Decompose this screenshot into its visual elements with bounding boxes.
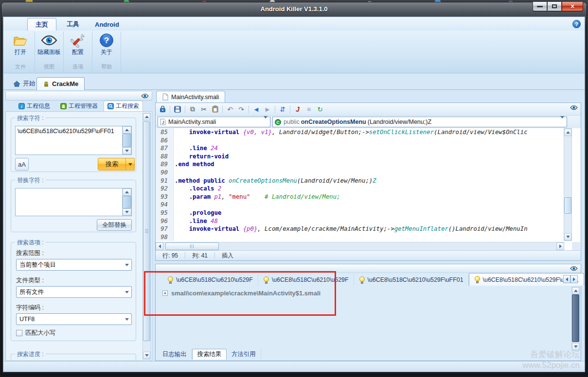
scroll-track[interactable]: [219, 242, 556, 250]
tab-project-manager[interactable]: 工程管理器: [57, 101, 101, 111]
scroll-thumb[interactable]: [165, 242, 219, 250]
code-line[interactable]: 90: [156, 169, 564, 177]
close-button[interactable]: ×: [562, 2, 583, 11]
panel-eye-icon[interactable]: [141, 93, 149, 99]
ribbon-tab-android[interactable]: Android: [87, 18, 127, 31]
replace-all-button[interactable]: 全部替换: [97, 219, 132, 231]
sort-lines-icon[interactable]: ⇵: [278, 104, 287, 114]
scroll-thumb[interactable]: [572, 294, 579, 342]
scroll-left-button[interactable]: [156, 242, 163, 250]
scroll-up-button[interactable]: [572, 287, 579, 294]
expand-icon[interactable]: [162, 291, 168, 296]
method-dropdown[interactable]: C public onCreateOptionsMenu (Landroid/v…: [272, 117, 567, 127]
save-icon[interactable]: [173, 104, 182, 114]
code-line[interactable]: 98: [156, 233, 564, 241]
redo-icon[interactable]: ↷: [236, 104, 246, 114]
scroll-up-button[interactable]: [123, 126, 131, 134]
code-line[interactable]: 91.method public onCreateOptionsMenu(Lan…: [156, 177, 564, 185]
tab-scroll-right-button[interactable]: [570, 275, 578, 283]
refresh-icon[interactable]: ↻: [315, 104, 325, 114]
result-tab[interactable]: \u6CE8\u518C\u6210\u529F\uFF01: [354, 274, 469, 286]
search-dropdown-button[interactable]: [126, 158, 135, 171]
code-line[interactable]: 94: [156, 201, 564, 209]
scroll-thumb[interactable]: [564, 197, 571, 214]
code-line[interactable]: 86: [156, 137, 564, 145]
config-button[interactable]: 配置: [65, 32, 90, 63]
scroll-right-button[interactable]: [556, 242, 564, 250]
file-dropdown[interactable]: J MainActivity.smali: [158, 117, 270, 127]
tab-method-refs[interactable]: 方法引用: [227, 349, 261, 360]
tab-log-output[interactable]: 日志输出: [158, 349, 192, 360]
editor-vscrollbar[interactable]: [564, 128, 572, 241]
lock-icon[interactable]: [158, 104, 167, 114]
ribbon-tab-tools[interactable]: 工具: [59, 18, 87, 31]
tab-search-results[interactable]: 搜索结果: [192, 349, 227, 360]
tab-project-info[interactable]: i 工程信息: [15, 101, 53, 111]
encoding-select[interactable]: UTF8: [16, 313, 132, 325]
help-icon[interactable]: ?: [572, 20, 581, 28]
scroll-track[interactable]: [564, 136, 571, 233]
minimize-button[interactable]: [533, 2, 547, 11]
maximize-button[interactable]: [547, 2, 562, 11]
navigate-forward-icon[interactable]: ►: [263, 104, 272, 114]
scroll-thumb[interactable]: [143, 121, 150, 341]
filetype-select[interactable]: 所有文件: [16, 286, 132, 298]
scope-select[interactable]: 当前整个项目: [16, 259, 132, 271]
search-input[interactable]: \u6CE8\u518C\u6210\u529F\uFF01: [16, 126, 122, 154]
java-icon[interactable]: J: [293, 104, 303, 114]
ribbon-tab-home[interactable]: 主页: [27, 18, 56, 31]
scroll-down-button[interactable]: [564, 233, 571, 240]
scope-value: 当前整个项目: [17, 261, 123, 269]
scroll-up-button[interactable]: [143, 113, 150, 120]
result-tab[interactable]: \u6CE8\u518C\u6210\u529F: [258, 274, 354, 286]
copy-icon[interactable]: ⧉: [188, 104, 197, 114]
cut-icon[interactable]: ✂: [199, 104, 209, 114]
hide-panel-button[interactable]: 隐藏面板: [36, 32, 62, 63]
code-line[interactable]: 95 .prologue: [156, 209, 564, 217]
scroll-down-button[interactable]: [143, 352, 150, 359]
search-button[interactable]: 搜索: [98, 158, 126, 171]
scroll-up-button[interactable]: [564, 129, 571, 136]
search-input-scrollbar[interactable]: [122, 126, 131, 154]
code-line[interactable]: 85 invoke-virtual {v0, v1}, Landroid/wid…: [156, 128, 564, 137]
code-line[interactable]: 97 invoke-virtual {p0}, Lcom/example/cra…: [156, 225, 564, 233]
navigate-back-icon[interactable]: ◄: [251, 104, 261, 114]
tab-crackme[interactable]: CrackMe: [36, 77, 85, 90]
titlebar[interactable]: Android Killer V1.3.1.0 ×: [1, 2, 587, 17]
undo-icon[interactable]: ↶: [225, 104, 235, 114]
font-button[interactable]: aA: [15, 158, 29, 171]
open-button[interactable]: 打开: [8, 32, 33, 63]
match-case-checkbox[interactable]: 匹配大小写: [16, 329, 56, 337]
scroll-down-button[interactable]: [123, 208, 131, 216]
replace-input[interactable]: [16, 188, 122, 216]
code-line[interactable]: 93 .param p1, "menu" # Landroid/view/Men…: [156, 193, 564, 201]
left-panel-scrollbar[interactable]: [143, 113, 151, 360]
scroll-down-button[interactable]: [123, 147, 131, 154]
tab-scroll-left-button[interactable]: [563, 275, 570, 283]
code-editor[interactable]: 85 invoke-virtual {v0, v1}, Landroid/wid…: [156, 128, 564, 241]
replace-input-scrollbar[interactable]: [122, 188, 131, 216]
search-options-group: 搜索选项 : 搜索范围 : 当前整个项目 文件类型 : 所有文件 字符编码 : …: [11, 242, 136, 341]
scroll-up-button[interactable]: [123, 188, 131, 196]
editor-file-tab[interactable]: MainActivity.smali: [156, 91, 225, 103]
scroll-down-button[interactable]: [572, 343, 579, 350]
scroll-track[interactable]: [572, 294, 579, 343]
tab-project-search[interactable]: 工程搜索: [104, 101, 143, 111]
about-button[interactable]: ? 关于: [94, 32, 119, 63]
code-line[interactable]: 96 .line 48: [156, 217, 564, 225]
code-line[interactable]: 88 return-void: [156, 153, 564, 161]
editor-eye-icon[interactable]: [570, 105, 578, 110]
results-scrollbar[interactable]: [571, 287, 580, 351]
scroll-track[interactable]: [143, 120, 150, 352]
scroll-thumb[interactable]: [123, 196, 131, 208]
editor-hscrollbar[interactable]: [156, 242, 564, 250]
result-tab[interactable]: \u6CE8\u518C\u6210\u529F: [162, 274, 258, 286]
code-line[interactable]: 87 .line 24: [156, 144, 564, 153]
paste-icon[interactable]: [210, 104, 220, 114]
scroll-thumb[interactable]: [123, 134, 131, 147]
result-tree-item[interactable]: smali\com\example\crackme\MainActivity$1…: [162, 290, 321, 297]
results-eye-icon[interactable]: [570, 266, 578, 271]
code-line[interactable]: 89.end method: [156, 160, 564, 169]
align-icon[interactable]: ≡: [304, 104, 314, 114]
code-line[interactable]: 92 .locals 2: [156, 185, 564, 193]
